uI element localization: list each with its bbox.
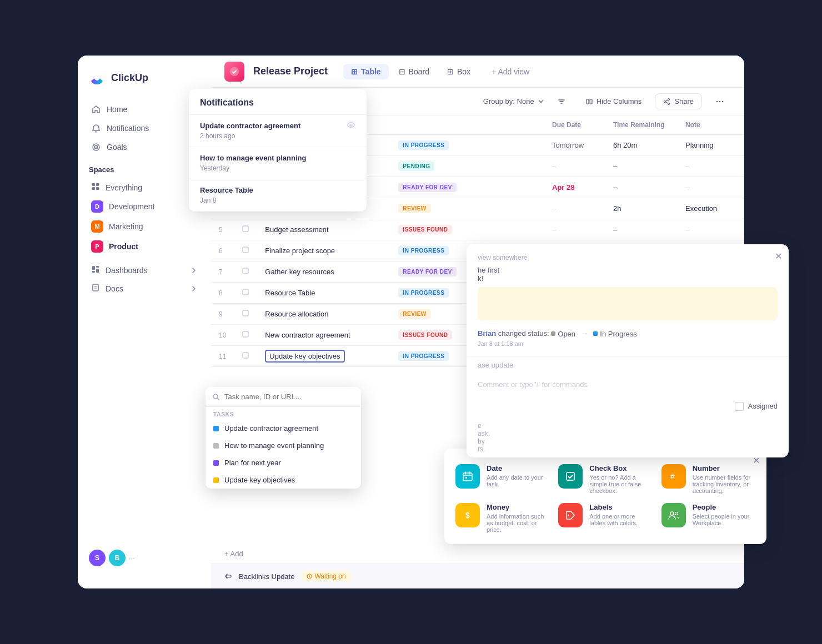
status-panel-close-button[interactable]: ✕ xyxy=(775,251,782,261)
task-name: Resource Table xyxy=(265,289,315,297)
cell-check[interactable] xyxy=(234,325,257,346)
search-task-2[interactable]: How to manage event planning xyxy=(206,437,361,454)
time-remaining: – xyxy=(613,225,617,234)
search-task-4[interactable]: Update key objectives xyxy=(206,471,361,489)
assigned-checkbox[interactable] xyxy=(735,402,744,411)
search-input[interactable] xyxy=(224,393,354,401)
nav-goals[interactable]: Goals xyxy=(84,138,204,157)
cell-status[interactable]: READY FOR DEV xyxy=(390,177,544,198)
people-field-icon xyxy=(661,503,686,527)
cell-check[interactable] xyxy=(234,304,257,325)
status-change-info: Brian changed status: Open → In Progress… xyxy=(467,320,789,356)
cell-check[interactable] xyxy=(234,283,257,304)
tab-box[interactable]: ⊞ Box xyxy=(439,64,478,79)
cell-task[interactable]: Gather key resources xyxy=(257,261,390,283)
cell-status[interactable]: PENDING xyxy=(390,156,544,177)
cell-task[interactable]: Budget assessment xyxy=(257,219,390,240)
cell-task[interactable]: Update key objectives xyxy=(257,346,390,367)
notif-meta-2: Yesterday xyxy=(200,164,355,172)
sidebar-item-product-label: Product xyxy=(109,242,138,251)
search-task-3[interactable]: Plan for next year xyxy=(206,454,361,471)
search-task-1[interactable]: Update contractor agreement xyxy=(206,420,361,437)
table-tab-icon: ⊞ xyxy=(351,67,358,76)
cell-num: 8 xyxy=(211,283,234,304)
date-field-icon xyxy=(455,464,480,489)
note: Planning xyxy=(685,141,714,149)
status-badge: ISSUES FOUND xyxy=(398,225,452,234)
notification-item-2[interactable]: How to manage event planning Yesterday xyxy=(189,147,367,179)
eye-icon-1 xyxy=(347,120,355,132)
bell-icon xyxy=(91,123,101,133)
field-option-checkbox[interactable]: Check Box Yes or no? Add a simple true o… xyxy=(558,464,652,494)
cell-time-remaining: – xyxy=(605,177,678,198)
cell-status[interactable]: REVIEW xyxy=(390,198,544,219)
svg-text:$: $ xyxy=(465,511,470,520)
svg-rect-37 xyxy=(463,473,472,481)
board-tab-icon: ⊟ xyxy=(399,67,405,76)
cell-task[interactable]: Resource Table xyxy=(257,283,390,304)
field-option-number[interactable]: # Number Use number fields for tracking … xyxy=(661,464,755,494)
field-option-date[interactable]: Date Add any date to your task. xyxy=(455,464,549,494)
svg-rect-30 xyxy=(243,331,248,337)
secondary-nav: Dashboards Docs xyxy=(78,261,211,298)
sort-button[interactable] xyxy=(551,94,572,109)
svg-point-43 xyxy=(670,512,674,515)
cell-num: 7 xyxy=(211,261,234,283)
spaces-label: Spaces xyxy=(89,165,114,174)
field-type-panel: ✕ Date Add any date to your task. Check … xyxy=(444,449,766,544)
cell-note: Execution xyxy=(678,198,744,219)
cell-task[interactable]: Resource allocation xyxy=(257,304,390,325)
tab-table[interactable]: ⊞ Table xyxy=(343,64,389,79)
bottom-bar: Backlinks Update Waiting on xyxy=(211,564,744,588)
task-name: Resource allocation xyxy=(265,310,328,318)
cell-check[interactable] xyxy=(234,219,257,240)
more-options-button[interactable] xyxy=(709,94,731,109)
sidebar-item-docs[interactable]: Docs xyxy=(84,279,204,298)
cell-check[interactable] xyxy=(234,240,257,261)
cell-due-date: – xyxy=(544,156,605,177)
cell-note: – xyxy=(678,156,744,177)
cell-status[interactable]: IN PROGRESS xyxy=(390,135,544,156)
sidebar-item-dashboards[interactable]: Dashboards xyxy=(84,261,204,279)
search-task-2-label: How to manage event planning xyxy=(224,441,324,450)
time-remaining: – xyxy=(613,183,617,192)
avatar-b[interactable]: B xyxy=(109,550,126,566)
sidebar-item-everything[interactable]: Everything xyxy=(84,178,204,197)
nav-notifications[interactable]: Notifications xyxy=(84,119,204,138)
add-view-button[interactable]: + Add view xyxy=(487,64,534,79)
add-row-button[interactable]: + Add xyxy=(211,544,744,564)
svg-rect-10 xyxy=(92,271,95,273)
group-by-chevron-icon xyxy=(538,98,544,105)
group-by-button[interactable]: Group by: None xyxy=(483,97,544,105)
avatar-s[interactable]: S xyxy=(89,550,106,566)
notification-item-3[interactable]: Resource Table Jan 8 xyxy=(189,179,367,212)
cell-task[interactable]: New contractor agreement xyxy=(257,325,390,346)
nav-home[interactable]: Home xyxy=(84,100,204,119)
status-to: In Progress xyxy=(593,330,636,338)
field-option-people[interactable]: People Select people in your Workplace. xyxy=(661,503,755,533)
tab-board[interactable]: ⊟ Board xyxy=(391,64,437,79)
sidebar-item-marketing[interactable]: M Marketing xyxy=(84,217,204,237)
cell-status[interactable]: ISSUES FOUND xyxy=(390,219,544,240)
cell-task[interactable]: Finalize project scope xyxy=(257,240,390,261)
field-option-labels[interactable]: Labels Add one or more lables with color… xyxy=(558,503,652,533)
share-button[interactable]: Share xyxy=(655,93,702,109)
comment-box[interactable]: Comment or type '/' for commands xyxy=(467,374,789,395)
sidebar-item-development[interactable]: D Development xyxy=(84,197,204,217)
search-task-1-label: Update contractor agreement xyxy=(224,424,318,432)
status-badge: REVIEW xyxy=(398,309,430,319)
svg-point-2 xyxy=(96,147,97,148)
field-option-money[interactable]: $ Money Add information such as budget, … xyxy=(455,503,549,533)
cell-check[interactable] xyxy=(234,261,257,283)
cell-check[interactable] xyxy=(234,346,257,367)
open-dot xyxy=(551,331,555,336)
notification-item-1[interactable]: Update contractor agreement 2 hours ago xyxy=(189,115,367,147)
hide-columns-button[interactable]: Hide Columns xyxy=(579,94,649,109)
search-dropdown: TASKS Update contractor agreement How to… xyxy=(206,387,361,489)
money-field-icon: $ xyxy=(455,503,480,527)
cell-time-remaining: – xyxy=(605,219,678,240)
share-label: Share xyxy=(674,97,694,105)
sidebar-item-product[interactable]: P Product xyxy=(84,237,204,256)
note: – xyxy=(685,225,689,234)
svg-rect-26 xyxy=(243,247,248,253)
